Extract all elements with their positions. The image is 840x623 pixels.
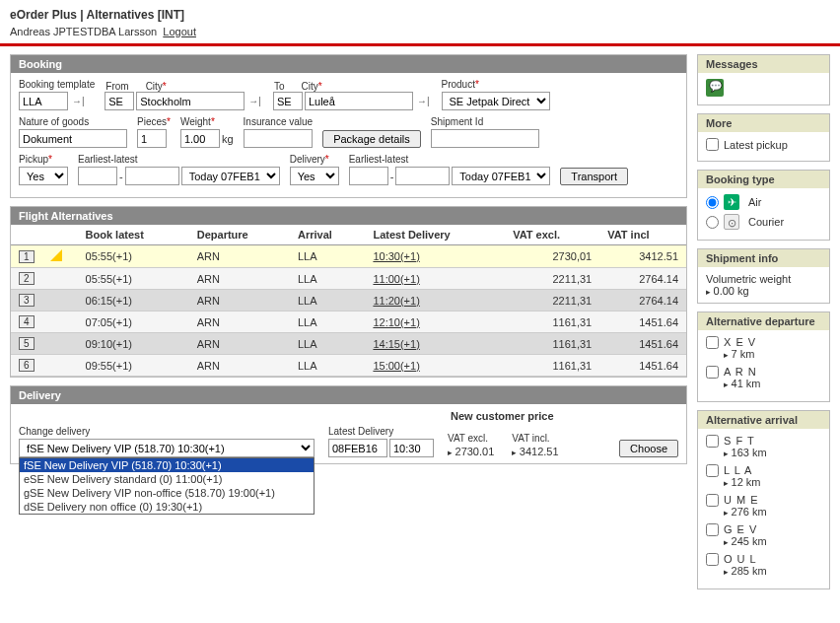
from-country-input[interactable]: [105, 92, 134, 110]
air-radio[interactable]: [706, 196, 719, 209]
dropdown-option[interactable]: gSE New Delivery VIP non-office (518.70)…: [20, 486, 314, 500]
delivery-date-select[interactable]: Today 07FEB16: [452, 167, 550, 185]
latest-delivery-link[interactable]: 12:10(+1): [373, 316, 419, 328]
shipment-input[interactable]: [431, 129, 539, 148]
booking-type-title: Booking type: [698, 171, 829, 188]
latest-delivery-link[interactable]: 11:20(+1): [373, 295, 419, 307]
alt-dep-title: Alternative departure: [698, 312, 829, 330]
delivery-range-label: Earliest-latest: [349, 154, 551, 165]
row-number-button[interactable]: 1: [19, 250, 35, 263]
insurance-label: Insurance value: [244, 116, 314, 127]
flights-table: Book latest Departure Arrival Latest Del…: [11, 225, 686, 377]
transport-button[interactable]: Transport: [560, 168, 628, 185]
nature-input[interactable]: [19, 129, 127, 148]
pickup-date-select[interactable]: Today 07FEB16: [181, 167, 280, 185]
selected-icon: [50, 249, 62, 261]
latest-delivery-link[interactable]: 15:00(+1): [373, 360, 419, 372]
col-dep: Departure: [189, 225, 290, 245]
product-select[interactable]: SE Jetpak Direct: [442, 92, 550, 110]
table-row[interactable]: 4 07:05(+1) ARN LLA 12:10(+1) 1161,31 14…: [11, 312, 686, 333]
vin-cell: 1451.64: [599, 333, 686, 355]
change-delivery-label: Change delivery: [19, 426, 315, 437]
alternative-item: X E V 7 km: [706, 336, 821, 360]
table-row[interactable]: 6 09:55(+1) ARN LLA 15:00(+1) 1161,31 14…: [11, 355, 686, 377]
pieces-input[interactable]: [137, 129, 167, 148]
table-row[interactable]: 1 05:55(+1) ARN LLA 10:30(+1) 2730,01 34…: [11, 245, 686, 268]
more-title: More: [698, 114, 829, 132]
change-delivery-select[interactable]: fSE New Delivery VIP (518.70) 10:30(+1): [19, 439, 315, 457]
book-cell: 07:05(+1): [78, 312, 189, 333]
insurance-input[interactable]: [244, 129, 313, 148]
airport-distance: 12 km: [724, 476, 760, 488]
page-header: eOrder Plus | Alternatives [INT] Andreas…: [0, 0, 840, 46]
ld-date-input[interactable]: [328, 439, 387, 457]
row-number-button[interactable]: 6: [19, 359, 35, 372]
table-row[interactable]: 3 06:15(+1) ARN LLA 11:20(+1) 2211,31 27…: [11, 290, 686, 312]
row-number-button[interactable]: 2: [19, 272, 35, 285]
dropdown-option[interactable]: dSE Delivery non office (0) 19:30(+1): [20, 500, 314, 514]
to-country-input[interactable]: [273, 92, 303, 110]
alternative-checkbox[interactable]: [706, 366, 719, 379]
alternative-checkbox[interactable]: [706, 494, 719, 507]
shipment-panel: Shipment info Volumetric weight 0.00 kg: [697, 248, 830, 304]
delivery-late-input[interactable]: [395, 167, 450, 185]
vex-cell: 2730,01: [505, 245, 599, 268]
row-number-button[interactable]: 3: [19, 294, 35, 307]
alternative-item: L L A 12 km: [706, 464, 821, 488]
dep-cell: ARN: [189, 333, 290, 355]
table-row[interactable]: 2 05:55(+1) ARN LLA 11:00(+1) 2211,31 27…: [11, 268, 686, 290]
alternative-checkbox[interactable]: [706, 336, 719, 349]
dep-cell: ARN: [189, 312, 290, 333]
alternative-checkbox[interactable]: [706, 523, 719, 536]
alternative-checkbox[interactable]: [706, 464, 719, 477]
alternative-checkbox[interactable]: [706, 435, 719, 448]
alternative-checkbox[interactable]: [706, 553, 719, 566]
latest-delivery-link[interactable]: 14:15(+1): [373, 338, 419, 350]
ld-time-input[interactable]: [389, 439, 434, 457]
delivery-early-input[interactable]: [349, 167, 388, 185]
to-city-input[interactable]: [305, 92, 413, 110]
vex-label: VAT excl.: [448, 433, 494, 444]
package-details-button[interactable]: Package details: [322, 130, 421, 148]
weight-input[interactable]: [180, 129, 220, 148]
pickup-select[interactable]: Yes: [19, 167, 68, 185]
pickup-late-input[interactable]: [125, 167, 179, 185]
delivery-select[interactable]: Yes: [290, 167, 339, 185]
airport-code: O U L: [724, 553, 767, 565]
template-input[interactable]: [19, 92, 68, 110]
nature-label: Nature of goods: [19, 116, 127, 127]
latest-delivery-link[interactable]: 11:00(+1): [373, 273, 419, 285]
app-title: eOrder Plus | Alternatives [INT]: [10, 8, 830, 22]
alternative-item: S F T 163 km: [706, 435, 821, 458]
arr-cell: LLA: [290, 333, 365, 355]
messages-panel: Messages: [697, 54, 830, 105]
book-cell: 05:55(+1): [78, 268, 189, 290]
airplane-icon: ✈: [724, 194, 739, 210]
table-row[interactable]: 5 09:10(+1) ARN LLA 14:15(+1) 1161,31 14…: [11, 333, 686, 355]
courier-radio[interactable]: [706, 216, 719, 229]
dropdown-option[interactable]: eSE New Delivery standard (0) 11:00(+1): [20, 472, 314, 486]
alt-arr-panel: Alternative arrival S F T 163 km L L A 1…: [697, 410, 830, 589]
shipment-label: Shipment Id: [431, 116, 539, 127]
latest-delivery-link[interactable]: 10:30(+1): [373, 250, 419, 262]
airport-code: S F T: [724, 435, 767, 447]
messages-title: Messages: [698, 55, 829, 73]
choose-button[interactable]: Choose: [619, 440, 678, 457]
message-icon[interactable]: [706, 79, 724, 97]
row-number-button[interactable]: 4: [19, 315, 35, 328]
booking-title: Booking: [11, 55, 686, 73]
dropdown-option[interactable]: fSE New Delivery VIP (518.70) 10:30(+1): [20, 458, 314, 472]
logout-link[interactable]: Logout: [163, 26, 196, 37]
courier-icon: ⊙: [724, 214, 739, 230]
user-line: Andreas JPTESTDBA Larsson Logout: [10, 26, 830, 37]
row-number-button[interactable]: 5: [19, 337, 35, 350]
vol-label: Volumetric weight: [706, 273, 821, 285]
to-city-label: City: [301, 81, 317, 92]
alternative-item: U M E 276 km: [706, 494, 821, 518]
user-name: Andreas JPTESTDBA Larsson: [10, 26, 157, 37]
latest-pickup-checkbox[interactable]: [706, 138, 719, 151]
from-city-input[interactable]: [136, 92, 245, 110]
pickup-early-input[interactable]: [78, 167, 117, 185]
dep-cell: ARN: [189, 355, 290, 377]
delivery-title: Delivery: [11, 386, 686, 404]
